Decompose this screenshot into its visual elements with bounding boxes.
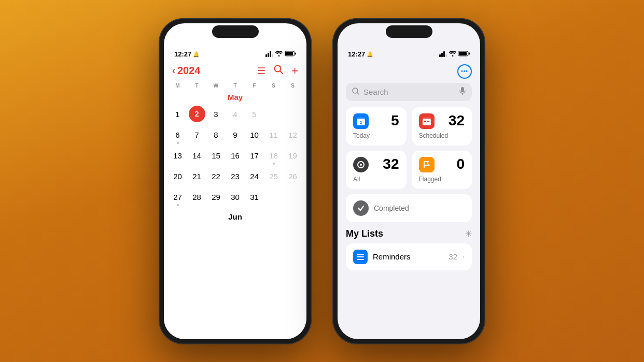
event-dot2 (273, 163, 275, 165)
day-num: 21 (192, 172, 201, 181)
completed-card[interactable]: Completed (346, 194, 472, 222)
completed-check-icon (353, 200, 369, 216)
cal-day-8[interactable]: 8 (206, 126, 226, 144)
cal-day-26[interactable]: 26 (283, 168, 302, 185)
all-count: 32 (383, 157, 399, 171)
day-num: 4 (233, 110, 237, 119)
cal-day-17[interactable]: 17 (245, 147, 264, 165)
cal-day-30[interactable]: 30 (226, 189, 245, 206)
cal-day-19[interactable]: 19 (283, 147, 302, 165)
cal-day-10[interactable]: 10 (245, 126, 264, 144)
svg-rect-10 (461, 87, 464, 92)
cal-day-20[interactable]: 20 (168, 168, 187, 185)
bar4r (445, 54, 447, 57)
cal-day-7[interactable]: 7 (187, 126, 206, 144)
cal-day-2-today[interactable]: 2 (189, 106, 205, 122)
all-label: All (353, 176, 399, 183)
weekday-s1: S (264, 82, 283, 90)
bar1r (439, 54, 441, 57)
more-options-button[interactable]: ••• (457, 64, 472, 79)
cal-day-12[interactable]: 12 (283, 126, 302, 144)
flagged-icon (419, 157, 435, 172)
bar3 (270, 51, 271, 57)
cal-day-25[interactable]: 25 (264, 168, 283, 185)
cal-day-27[interactable]: 27 (168, 189, 187, 206)
cal-day-14[interactable]: 14 (187, 147, 206, 165)
all-card[interactable]: 32 All (346, 151, 407, 189)
scheduled-card[interactable]: 32 Scheduled (412, 107, 472, 146)
add-event-icon[interactable]: + (291, 64, 298, 78)
cal-day-22[interactable]: 22 (206, 168, 226, 185)
day-num: 23 (231, 172, 240, 181)
search-icon[interactable] (274, 65, 283, 77)
day-num: 17 (250, 151, 259, 160)
scheduled-card-top: 32 (419, 113, 465, 129)
weekday-w: W (206, 82, 226, 90)
left-phone: 12:27 🔔 ‹ 2 (159, 18, 312, 344)
list-item-name: Reminders (373, 252, 443, 261)
status-time-left: 12:27 🔔 (174, 50, 199, 58)
day-num: 1 (175, 110, 179, 119)
day-num: 20 (173, 172, 182, 181)
bar2 (268, 53, 269, 57)
month-label: May (164, 93, 306, 102)
scheduled-icon (419, 113, 435, 129)
cal-day-28[interactable]: 28 (187, 189, 206, 206)
cal-day-15[interactable]: 15 (206, 147, 226, 165)
search-placeholder-text: Search (363, 88, 455, 96)
cal-day-21[interactable]: 21 (187, 168, 206, 185)
calendar-grid: 1 2 3 4 5 6 7 8 9 10 11 12 13 14 15 16 1… (164, 106, 306, 206)
wifi-icon-right (449, 51, 456, 57)
cal-day-13[interactable]: 13 (168, 147, 187, 165)
year-label: 2024 (177, 65, 201, 77)
cal-day-4[interactable]: 4 (226, 106, 245, 123)
cal-day-29[interactable]: 29 (206, 189, 226, 206)
all-icon (353, 157, 369, 172)
cal-day-empty4 (283, 189, 302, 206)
today-card[interactable]: 2 5 Today (346, 107, 407, 146)
cal-day-3[interactable]: 3 (206, 106, 226, 123)
cal-day-9[interactable]: 9 (226, 126, 245, 144)
completed-row: Completed (353, 200, 465, 216)
today-count: 5 (391, 113, 399, 128)
cal-day-11[interactable]: 11 (264, 126, 283, 144)
weekday-t1: T (187, 82, 206, 90)
cal-day-empty1 (264, 106, 283, 123)
cal-day-1[interactable]: 1 (168, 106, 187, 123)
day-num: 27 (173, 193, 182, 201)
day-num: 25 (269, 172, 278, 181)
weekday-headers: M T W T F S S (164, 82, 306, 90)
cal-day-5[interactable]: 5 (245, 106, 264, 123)
svg-point-20 (360, 164, 362, 166)
svg-rect-6 (459, 52, 467, 55)
calendar-year-back[interactable]: ‹ 2024 (172, 65, 201, 77)
cal-day-18[interactable]: 18 (264, 147, 283, 165)
microphone-icon[interactable] (459, 87, 466, 97)
flagged-card[interactable]: 0 Flagged (412, 151, 472, 189)
signal-bars (265, 51, 273, 57)
battery-icon-left (285, 51, 296, 57)
list-view-icon[interactable]: ☰ (257, 65, 265, 77)
event-dot (177, 142, 179, 144)
cal-day-16[interactable]: 16 (226, 147, 245, 165)
cal-day-23[interactable]: 23 (226, 168, 245, 185)
list-item-count: 32 (449, 252, 457, 261)
search-bar[interactable]: Search (346, 83, 472, 101)
cal-day-24[interactable]: 24 (245, 168, 264, 185)
wifi-icon-left (275, 51, 283, 57)
status-time-right: 12:27 🔔 (348, 50, 373, 58)
cal-day-6[interactable]: 6 (168, 126, 187, 144)
day-num: 8 (214, 131, 218, 139)
day-num: 29 (212, 193, 220, 201)
svg-text:2: 2 (360, 120, 362, 125)
day-num: 28 (192, 193, 201, 201)
cal-day-31[interactable]: 31 (245, 189, 264, 206)
reminders-list-item[interactable]: Reminders 32 › (346, 243, 472, 270)
weekday-m: M (168, 82, 187, 90)
bell-icon-right: 🔔 (367, 51, 373, 57)
flagged-count: 0 (456, 157, 465, 171)
my-lists-header: My Lists ✳ (346, 228, 472, 239)
next-month-label: Jun (164, 212, 306, 221)
day-num: 5 (252, 110, 256, 119)
reminders-screen: 12:27 🔔 ••• (338, 23, 480, 339)
